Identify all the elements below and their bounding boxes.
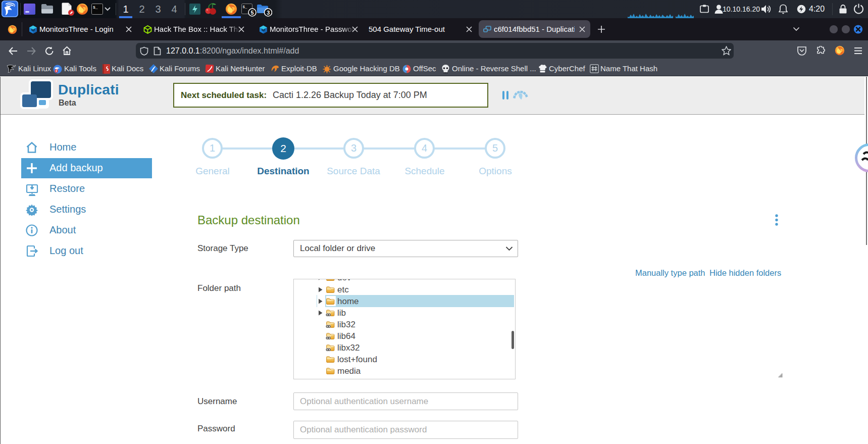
svg-text:libx32: libx32 xyxy=(337,343,360,353)
svg-text:lib32: lib32 xyxy=(337,320,355,329)
svg-text:home: home xyxy=(337,297,359,306)
svg-text:$_: $_ xyxy=(243,5,248,9)
svg-text:3: 3 xyxy=(267,10,270,16)
svg-text:etc: etc xyxy=(337,285,349,294)
svg-text:dev: dev xyxy=(337,279,351,282)
svg-text:lib64: lib64 xyxy=(337,331,355,341)
svg-text:media: media xyxy=(337,366,361,376)
svg-text:mnt: mnt xyxy=(337,379,352,379)
svg-text:lib: lib xyxy=(337,308,346,318)
svg-text:5: 5 xyxy=(251,10,254,16)
svg-text:$_: $_ xyxy=(93,5,98,10)
svg-text:lost+found: lost+found xyxy=(337,355,377,364)
